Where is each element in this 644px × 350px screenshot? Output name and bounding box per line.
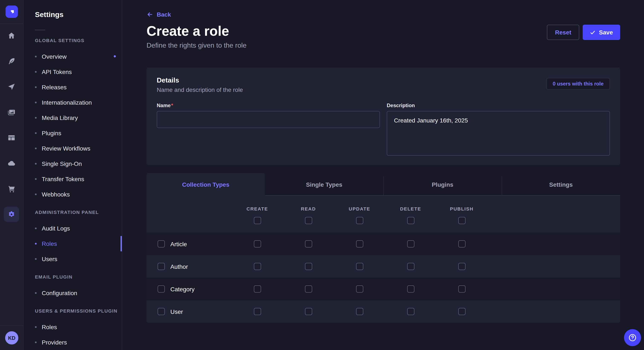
section-label: GLOBAL SETTINGS	[35, 38, 122, 43]
sidebar-item-single-sign-on[interactable]: Single Sign-On	[24, 156, 122, 172]
column-label: PUBLISH	[450, 206, 474, 212]
help-question-icon	[628, 333, 637, 342]
column-header-create: CREATE	[232, 206, 283, 233]
users-with-role-button[interactable]: 0 users with this role	[546, 78, 610, 90]
sidebar-item-label: Webhooks	[42, 191, 70, 198]
user-create-checkbox[interactable]	[254, 308, 261, 315]
user-update-checkbox[interactable]	[356, 308, 363, 315]
row-select-checkbox[interactable]	[158, 240, 165, 247]
row-select-checkbox[interactable]	[158, 308, 165, 315]
tab-separator	[502, 176, 502, 196]
settings-subnav: Settings GLOBAL SETTINGSOverviewAPI Toke…	[24, 0, 122, 350]
sidebar-item-review-workflows[interactable]: Review Workflows	[24, 141, 122, 156]
cloud-icon-glyph	[7, 159, 16, 168]
category-publish-checkbox[interactable]	[458, 285, 465, 293]
sidebar-item-internationalization[interactable]: Internationalization	[24, 95, 122, 110]
column-header-delete: DELETE	[385, 206, 436, 233]
author-create-checkbox[interactable]	[254, 263, 261, 270]
sidebar-item-webhooks[interactable]: Webhooks	[24, 187, 122, 202]
cloud-icon[interactable]	[4, 156, 19, 171]
sidebar-item-label: Providers	[42, 339, 67, 346]
settings-gear-icon-glyph	[7, 210, 16, 219]
author-delete-checkbox[interactable]	[407, 263, 414, 270]
select-all-delete-checkbox[interactable]	[407, 217, 414, 224]
category-update-checkbox[interactable]	[356, 285, 363, 293]
sidebar-item-label: Single Sign-On	[42, 160, 82, 167]
column-header-update: UPDATE	[334, 206, 385, 233]
sidebar-item-transfer-tokens[interactable]: Transfer Tokens	[24, 172, 122, 187]
article-read-checkbox[interactable]	[305, 240, 312, 247]
column-label: UPDATE	[349, 206, 370, 212]
user-read-checkbox[interactable]	[305, 308, 312, 315]
sidebar-item-configuration[interactable]: Configuration	[24, 285, 122, 301]
content-manager-icon[interactable]	[4, 130, 19, 146]
sidebar-item-providers[interactable]: Providers	[24, 335, 122, 350]
back-link[interactable]: Back	[146, 11, 171, 18]
row-select-checkbox[interactable]	[158, 263, 165, 270]
tab-collection-types[interactable]: Collection Types	[146, 173, 265, 196]
marketplace-cart-icon[interactable]	[4, 181, 19, 196]
media-library-icon-glyph	[7, 108, 16, 117]
row-label: Author	[170, 263, 188, 270]
tab-settings[interactable]: Settings	[502, 173, 620, 196]
save-button[interactable]: Save	[583, 25, 620, 40]
name-input[interactable]	[157, 111, 380, 128]
cell-update	[334, 308, 385, 315]
category-read-checkbox[interactable]	[305, 285, 312, 293]
permissions-tabbar: Collection TypesSingle TypesPluginsSetti…	[146, 173, 620, 196]
sidebar-item-label: Transfer Tokens	[42, 176, 84, 182]
row-label-cell: Article	[146, 240, 232, 247]
sidebar-item-users[interactable]: Users	[24, 251, 122, 267]
rail-divider-top	[0, 23, 23, 24]
category-delete-checkbox[interactable]	[407, 285, 414, 293]
user-delete-checkbox[interactable]	[407, 308, 414, 315]
sidebar-item-plugins[interactable]: Plugins	[24, 126, 122, 141]
row-label: Article	[170, 240, 187, 247]
details-title: Details	[157, 76, 243, 85]
sidebar-item-audit-logs[interactable]: Audit Logs	[24, 221, 122, 236]
cell-publish	[436, 308, 487, 315]
user-publish-checkbox[interactable]	[458, 308, 465, 315]
select-all-create-checkbox[interactable]	[254, 217, 261, 224]
row-label: User	[170, 308, 183, 315]
tab-single-types[interactable]: Single Types	[265, 173, 383, 196]
description-textarea[interactable]	[387, 111, 610, 156]
sidebar-item-media-library[interactable]: Media Library	[24, 110, 122, 126]
bullet-icon	[35, 178, 37, 180]
home-icon[interactable]	[4, 28, 19, 43]
sidebar-item-releases[interactable]: Releases	[24, 80, 122, 95]
cell-create	[232, 308, 283, 315]
row-select-checkbox[interactable]	[158, 285, 165, 293]
tab-plugins[interactable]: Plugins	[383, 173, 502, 196]
description-label: Description	[387, 103, 610, 108]
category-create-checkbox[interactable]	[254, 285, 261, 293]
feather-icon[interactable]	[4, 54, 19, 69]
author-update-checkbox[interactable]	[356, 263, 363, 270]
tab-label: Plugins	[432, 181, 453, 188]
settings-gear-icon[interactable]	[4, 207, 19, 222]
select-all-publish-checkbox[interactable]	[458, 217, 465, 224]
main-content: Back Create a role Define the rights giv…	[123, 0, 644, 350]
article-publish-checkbox[interactable]	[458, 240, 465, 247]
article-delete-checkbox[interactable]	[407, 240, 414, 247]
sidebar-item-roles[interactable]: Roles	[24, 236, 122, 251]
article-create-checkbox[interactable]	[254, 240, 261, 247]
select-all-read-checkbox[interactable]	[305, 217, 312, 224]
sidebar-item-roles[interactable]: Roles	[24, 319, 122, 335]
avatar[interactable]: KD	[5, 331, 18, 345]
content-manager-icon-glyph	[7, 134, 16, 142]
reset-button[interactable]: Reset	[547, 25, 579, 40]
sidebar-item-overview[interactable]: Overview	[24, 49, 122, 64]
paper-plane-icon[interactable]	[4, 79, 19, 94]
column-header-publish: PUBLISH	[436, 206, 487, 233]
select-all-update-checkbox[interactable]	[356, 217, 363, 224]
help-button[interactable]	[624, 329, 641, 346]
author-publish-checkbox[interactable]	[458, 263, 465, 270]
article-update-checkbox[interactable]	[356, 240, 363, 247]
author-read-checkbox[interactable]	[305, 263, 312, 270]
strapi-logo[interactable]	[6, 5, 18, 18]
sidebar-item-api-tokens[interactable]: API Tokens	[24, 64, 122, 80]
header-actions: Reset Save	[547, 25, 620, 40]
media-library-icon[interactable]	[4, 105, 19, 120]
cell-publish	[436, 285, 487, 293]
